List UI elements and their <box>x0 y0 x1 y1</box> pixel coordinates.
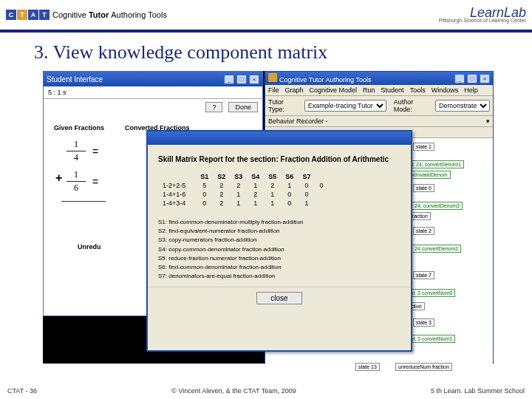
ctat-titlebar[interactable]: Cognitive Tutor Authoring Tools _ □ × <box>265 72 493 85</box>
maximize-icon[interactable]: □ <box>236 75 247 84</box>
si-subtitle: 5 : 1 s <box>44 86 262 99</box>
f1-num: 1 <box>74 139 78 150</box>
close-button[interactable]: close <box>256 292 301 304</box>
skill-matrix-table: S1S2S3S4S5S6S7 1-2+2-5522121001-4+1-6021… <box>158 172 327 208</box>
graph-node[interactable]: state 2 <box>413 227 434 235</box>
legend-item: S6: find-common-denominator fraction-add… <box>158 263 400 271</box>
logo-boxes: C T A T <box>6 10 50 20</box>
equals-1: = <box>92 146 98 157</box>
slide-title: 3. View knowledge component matrix <box>0 33 532 68</box>
skill-col-header: S3 <box>230 172 247 181</box>
fraction-2: 1 6 <box>66 169 86 194</box>
footer-right: 5 th Learn. Lab Summer School <box>431 387 525 395</box>
logo-c: C <box>6 10 16 20</box>
menu-graph[interactable]: Graph <box>285 86 304 94</box>
logo-t2: T <box>39 10 50 20</box>
table-row: 1-2+2-552212100 <box>158 181 327 190</box>
menu-windows[interactable]: Windows <box>432 86 459 94</box>
logo-text-2: Tutor <box>89 10 111 19</box>
legend-item: S4: copy-common-denominator fraction-add… <box>158 245 400 253</box>
ctat-subbar: Behavior Recorder - ▾ <box>265 116 493 127</box>
logo-right: LearnLab Pittsburgh Science of Learning … <box>439 7 526 23</box>
logo-text-3: Authoring Tools <box>111 10 167 19</box>
tutor-type-select[interactable]: Example-tracing Tutor <box>304 100 386 112</box>
author-mode-select[interactable]: Demonstrate <box>435 100 490 112</box>
si-title-text: Student Interface <box>47 75 103 83</box>
menu-cogmodel[interactable]: Cognitive Model <box>310 86 358 94</box>
f1-den: 4 <box>74 152 78 163</box>
dropdown-icon[interactable]: ▾ <box>486 117 490 125</box>
menu-student[interactable]: Student <box>381 86 404 94</box>
minimize-icon[interactable]: _ <box>224 75 234 84</box>
tutor-type-label: Tutor Type: <box>268 98 297 113</box>
graph-node[interactable]: state 6 <box>413 184 434 192</box>
help-button[interactable]: ? <box>205 102 222 112</box>
learnlab-logo: LearnLab <box>439 7 526 18</box>
graph-node[interactable]: state 13 <box>355 363 380 371</box>
logo-text: Cognitive Tutor Authoring Tools <box>52 10 167 19</box>
skill-col-header: S5 <box>264 172 281 181</box>
skill-col-header: S1 <box>196 172 213 181</box>
menu-run[interactable]: Run <box>363 86 375 94</box>
logo-a: A <box>28 10 38 20</box>
ctat-toolbar: Tutor Type: Example-tracing Tutor Author… <box>265 96 493 116</box>
dialog-titlebar[interactable] <box>148 132 411 145</box>
skill-col-header: S7 <box>298 172 315 181</box>
logo-text-1: Cognitive <box>52 10 89 19</box>
legend-item: S1: find-common-denominator-multiply fra… <box>158 218 400 226</box>
fraction-1: 1 4 <box>66 139 86 163</box>
table-row: 1-4+3-40211101 <box>158 199 327 208</box>
learnlab-sub: Pittsburgh Science of Learning Center <box>439 18 526 23</box>
ctat-menubar[interactable]: File Graph Cognitive Model Run Student T… <box>265 85 493 96</box>
graph-node[interactable]: unreduceNum fraction <box>395 363 452 371</box>
graph-node[interactable]: state 1 <box>413 143 434 151</box>
skill-matrix-dialog: Skill Matrix Report for the section: Fra… <box>146 130 412 352</box>
f2-den: 6 <box>74 183 78 194</box>
close-icon[interactable]: × <box>249 75 259 84</box>
equals-2: = <box>92 176 98 188</box>
author-mode-label: Author Mode: <box>394 98 428 113</box>
f2-num: 1 <box>74 169 78 180</box>
dialog-heading: Skill Matrix Report for the section: Fra… <box>158 155 400 163</box>
legend-item: S5: reduce-fraction-numerator fraction-a… <box>158 254 400 262</box>
ctat-close-icon[interactable]: × <box>480 74 490 83</box>
col-given: Given Fractions <box>54 124 104 132</box>
legend-item: S2: find-equivalent-numerator fraction-a… <box>158 227 400 235</box>
table-row: 1-4+1-60212100 <box>158 190 327 199</box>
legend-item: S3: copy-numerators fraction-addition <box>158 236 400 244</box>
stage: Student Interface _ □ × 5 : 1 s ? Done G… <box>43 71 494 364</box>
done-button[interactable]: Done <box>228 102 258 112</box>
footer-center: © Vincent Aleven, & the CTAT Team, 2009 <box>171 387 296 395</box>
skill-col-header: S4 <box>247 172 264 181</box>
si-titlebar[interactable]: Student Interface _ □ × <box>44 72 262 86</box>
ctat-minimize-icon[interactable]: _ <box>454 74 465 83</box>
skill-legend: S1: find-common-denominator-multiply fra… <box>158 218 400 280</box>
logo-t: T <box>17 10 27 20</box>
graph-node[interactable]: state 3 <box>413 318 434 327</box>
logo-left: C T A T Cognitive Tutor Authoring Tools <box>6 10 167 20</box>
ctat-title-text: Cognitive Tutor Authoring Tools <box>279 76 371 83</box>
plus-sign: + <box>55 171 62 185</box>
graph-node[interactable]: state 7 <box>413 271 434 279</box>
slide-footer: CTAT - 36 © Vincent Aleven, & the CTAT T… <box>0 387 532 395</box>
skill-col-header <box>158 172 196 181</box>
legend-item: S7: denominators-are-equal fraction-addi… <box>158 272 400 280</box>
ctat-app-icon <box>268 73 277 82</box>
skill-col-header: S2 <box>213 172 230 181</box>
header-bar: C T A T Cognitive Tutor Authoring Tools … <box>0 0 532 33</box>
skill-col-header: S6 <box>281 172 298 181</box>
footer-left: CTAT - 36 <box>7 387 37 395</box>
menu-file[interactable]: File <box>268 86 279 94</box>
ctat-maximize-icon[interactable]: □ <box>467 74 477 83</box>
menu-tools[interactable]: Tools <box>410 86 426 94</box>
menu-help[interactable]: Help <box>464 86 478 94</box>
behavior-recorder-label: Behavior Recorder - <box>268 117 328 125</box>
